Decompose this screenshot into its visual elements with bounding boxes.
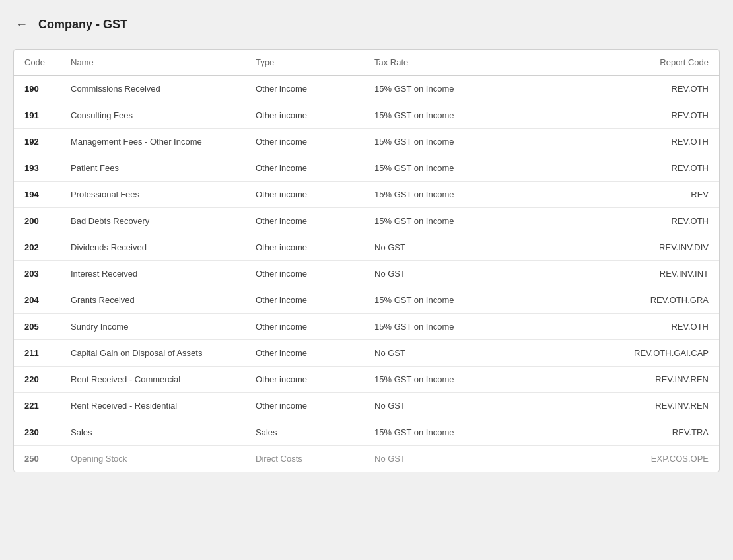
- cell-code: 194: [14, 182, 60, 208]
- cell-name: Rent Received - Commercial: [60, 367, 245, 393]
- cell-report-code: REV.OTH: [496, 155, 719, 182]
- cell-report-code: REV.INV.REN: [496, 367, 719, 393]
- cell-type: Other income: [245, 287, 364, 314]
- cell-type: Other income: [245, 393, 364, 419]
- cell-tax-rate: No GST: [364, 446, 496, 472]
- table-row[interactable]: 194 Professional Fees Other income 15% G…: [14, 182, 719, 208]
- cell-type: Sales: [245, 419, 364, 446]
- cell-name: Rent Received - Residential: [60, 393, 245, 419]
- cell-tax-rate: 15% GST on Income: [364, 367, 496, 393]
- cell-name: Opening Stock: [60, 446, 245, 472]
- cell-code: 205: [14, 314, 60, 340]
- cell-type: Other income: [245, 182, 364, 208]
- cell-code: 250: [14, 446, 60, 472]
- table-container: Code Name Type Tax Rate Report Code 190 …: [13, 49, 720, 472]
- cell-tax-rate: 15% GST on Income: [364, 155, 496, 182]
- cell-tax-rate: 15% GST on Income: [364, 129, 496, 155]
- table-row[interactable]: 192 Management Fees - Other Income Other…: [14, 129, 719, 155]
- cell-name: Professional Fees: [60, 182, 245, 208]
- cell-report-code: REV.INV.INT: [496, 261, 719, 287]
- cell-type: Other income: [245, 340, 364, 367]
- cell-code: 221: [14, 393, 60, 419]
- table-row[interactable]: 230 Sales Sales 15% GST on Income REV.TR…: [14, 419, 719, 446]
- cell-tax-rate: No GST: [364, 261, 496, 287]
- table-row[interactable]: 191 Consulting Fees Other income 15% GST…: [14, 102, 719, 129]
- table-row[interactable]: 205 Sundry Income Other income 15% GST o…: [14, 314, 719, 340]
- cell-tax-rate: 15% GST on Income: [364, 419, 496, 446]
- cell-name: Bad Debts Recovery: [60, 208, 245, 234]
- table-row[interactable]: 211 Capital Gain on Disposal of Assets O…: [14, 340, 719, 367]
- cell-report-code: REV: [496, 182, 719, 208]
- cell-name: Sundry Income: [60, 314, 245, 340]
- table-row[interactable]: 190 Commissions Received Other income 15…: [14, 76, 719, 102]
- cell-tax-rate: 15% GST on Income: [364, 76, 496, 102]
- back-button[interactable]: ←: [13, 16, 30, 33]
- cell-report-code: REV.OTH: [496, 76, 719, 102]
- page-title: Company - GST: [38, 18, 127, 32]
- cell-name: Capital Gain on Disposal of Assets: [60, 340, 245, 367]
- cell-report-code: REV.TRA: [496, 419, 719, 446]
- cell-report-code: REV.INV.REN: [496, 393, 719, 419]
- cell-code: 200: [14, 208, 60, 234]
- column-header-name: Name: [60, 50, 245, 76]
- cell-name: Dividends Received: [60, 234, 245, 261]
- table-row[interactable]: 200 Bad Debts Recovery Other income 15% …: [14, 208, 719, 234]
- cell-type: Other income: [245, 261, 364, 287]
- accounts-table: Code Name Type Tax Rate Report Code 190 …: [14, 50, 719, 472]
- cell-report-code: REV.OTH: [496, 129, 719, 155]
- cell-name: Patient Fees: [60, 155, 245, 182]
- cell-type: Other income: [245, 76, 364, 102]
- cell-code: 230: [14, 419, 60, 446]
- cell-code: 191: [14, 102, 60, 129]
- table-row[interactable]: 221 Rent Received - Residential Other in…: [14, 393, 719, 419]
- cell-report-code: REV.INV.DIV: [496, 234, 719, 261]
- cell-report-code: REV.OTH: [496, 102, 719, 129]
- column-header-report-code: Report Code: [496, 50, 719, 76]
- cell-tax-rate: 15% GST on Income: [364, 102, 496, 129]
- cell-code: 202: [14, 234, 60, 261]
- cell-type: Other income: [245, 314, 364, 340]
- cell-tax-rate: No GST: [364, 393, 496, 419]
- cell-name: Commissions Received: [60, 76, 245, 102]
- cell-tax-rate: 15% GST on Income: [364, 182, 496, 208]
- column-header-type: Type: [245, 50, 364, 76]
- cell-code: 204: [14, 287, 60, 314]
- cell-type: Other income: [245, 367, 364, 393]
- page-container: ← Company - GST Code Name Type Tax Rate …: [0, 0, 733, 560]
- cell-name: Interest Received: [60, 261, 245, 287]
- cell-type: Direct Costs: [245, 446, 364, 472]
- cell-tax-rate: 15% GST on Income: [364, 287, 496, 314]
- column-header-tax-rate: Tax Rate: [364, 50, 496, 76]
- cell-name: Management Fees - Other Income: [60, 129, 245, 155]
- cell-report-code: REV.OTH: [496, 314, 719, 340]
- cell-code: 220: [14, 367, 60, 393]
- cell-type: Other income: [245, 102, 364, 129]
- cell-type: Other income: [245, 155, 364, 182]
- cell-type: Other income: [245, 208, 364, 234]
- cell-name: Sales: [60, 419, 245, 446]
- table-row[interactable]: 204 Grants Received Other income 15% GST…: [14, 287, 719, 314]
- cell-code: 193: [14, 155, 60, 182]
- cell-code: 211: [14, 340, 60, 367]
- cell-report-code: REV.OTH.GRA: [496, 287, 719, 314]
- cell-name: Consulting Fees: [60, 102, 245, 129]
- cell-code: 203: [14, 261, 60, 287]
- cell-code: 192: [14, 129, 60, 155]
- cell-report-code: REV.OTH.GAI.CAP: [496, 340, 719, 367]
- column-header-code: Code: [14, 50, 60, 76]
- cell-type: Other income: [245, 129, 364, 155]
- cell-type: Other income: [245, 234, 364, 261]
- table-header-row: Code Name Type Tax Rate Report Code: [14, 50, 719, 76]
- cell-report-code: REV.OTH: [496, 208, 719, 234]
- table-row[interactable]: 220 Rent Received - Commercial Other inc…: [14, 367, 719, 393]
- table-row[interactable]: 202 Dividends Received Other income No G…: [14, 234, 719, 261]
- cell-tax-rate: No GST: [364, 234, 496, 261]
- page-header: ← Company - GST: [13, 11, 720, 38]
- cell-tax-rate: 15% GST on Income: [364, 314, 496, 340]
- cell-code: 190: [14, 76, 60, 102]
- table-row[interactable]: 250 Opening Stock Direct Costs No GST EX…: [14, 446, 719, 472]
- cell-tax-rate: No GST: [364, 340, 496, 367]
- table-row[interactable]: 203 Interest Received Other income No GS…: [14, 261, 719, 287]
- table-row[interactable]: 193 Patient Fees Other income 15% GST on…: [14, 155, 719, 182]
- cell-report-code: EXP.COS.OPE: [496, 446, 719, 472]
